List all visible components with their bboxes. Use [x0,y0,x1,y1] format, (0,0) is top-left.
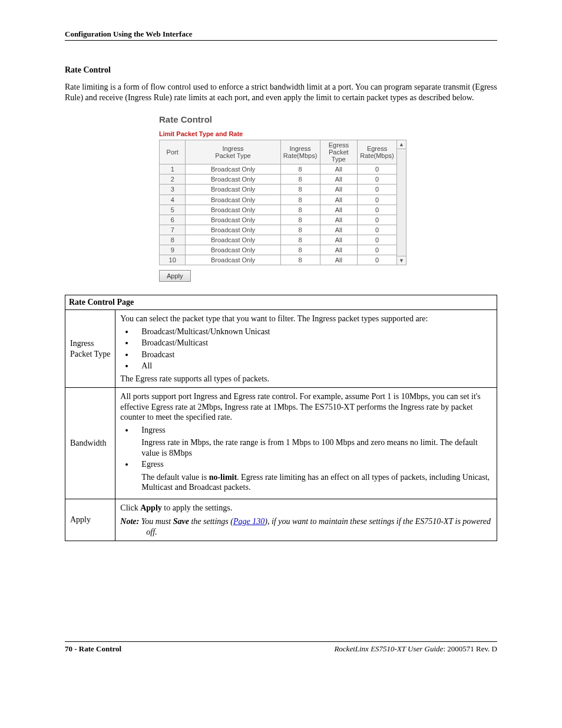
cell-port: 6 [160,215,186,225]
cell-in-type: Broadcast Only [186,174,280,185]
table-row[interactable]: 3Broadcast Only8All0 [160,185,397,195]
table-row[interactable]: 10Broadcast Only8All0 [160,255,397,265]
rate-control-panel: Rate Control Limit Packet Type and Rate … [159,114,406,282]
cell-in-type: Broadcast Only [186,225,280,235]
th-port: Port [160,140,186,164]
cell-port: 4 [160,195,186,205]
table-row[interactable]: 7Broadcast Only8All0 [160,225,397,235]
cell-eg-rate: 0 [358,255,397,265]
cell-eg-type: All [320,164,358,174]
intro-paragraph: Rate limiting is a form of flow control … [65,82,497,103]
cell-eg-rate: 0 [358,215,397,225]
table-row[interactable]: 5Broadcast Only8All0 [160,205,397,215]
cell-eg-type: All [320,215,358,225]
th-in-rate: IngressRate(Mbps) [280,140,320,164]
cell-in-type: Broadcast Only [186,205,280,215]
cell-eg-type: All [320,255,358,265]
cell-eg-rate: 0 [358,205,397,215]
table-row[interactable]: 4Broadcast Only8All0 [160,195,397,205]
cell-port: 3 [160,185,186,195]
cell-eg-type: All [320,245,358,255]
cell-in-rate: 8 [280,195,320,205]
desc-caption: Rate Control Page [65,295,497,310]
cell-port: 7 [160,225,186,235]
th-in-type: IngressPacket Type [186,140,280,164]
cell-in-type: Broadcast Only [186,164,280,174]
description-table: Rate Control Page IngressPacket Type You… [65,295,497,541]
cell-in-rate: 8 [280,255,320,265]
scroll-down-icon[interactable]: ▼ [397,256,406,265]
page-footer: 70 - Rate Control RocketLinx ES7510-XT U… [65,641,497,654]
scroll-up-icon[interactable]: ▲ [397,140,406,149]
cell-eg-type: All [320,225,358,235]
cell-eg-rate: 0 [358,195,397,205]
cell-in-rate: 8 [280,185,320,195]
cell-in-rate: 8 [280,205,320,215]
cell-in-rate: 8 [280,245,320,255]
desc-content-ingress: You can select the packet type that you … [115,310,497,388]
cell-eg-type: All [320,185,358,195]
table-row[interactable]: 9Broadcast Only8All0 [160,245,397,255]
cell-in-type: Broadcast Only [186,245,280,255]
th-eg-rate: EgressRate(Mbps) [358,140,397,164]
cell-port: 1 [160,164,186,174]
cell-in-type: Broadcast Only [186,255,280,265]
th-eg-type: EgressPacket Type [320,140,358,164]
cell-in-rate: 8 [280,174,320,185]
panel-subtitle: Limit Packet Type and Rate [159,130,406,137]
apply-button[interactable]: Apply [159,270,191,282]
cell-port: 8 [160,235,186,245]
cell-in-rate: 8 [280,225,320,235]
cell-in-type: Broadcast Only [186,235,280,245]
desc-label-ingress: IngressPacket Type [65,310,115,388]
cell-eg-rate: 0 [358,174,397,185]
rate-table: Port IngressPacket Type IngressRate(Mbps… [159,140,397,265]
desc-label-bandwidth: Bandwidth [65,388,115,499]
cell-eg-rate: 0 [358,235,397,245]
cell-in-type: Broadcast Only [186,195,280,205]
cell-eg-type: All [320,174,358,185]
page-link-130[interactable]: Page 130 [233,517,265,526]
cell-in-rate: 8 [280,164,320,174]
table-row[interactable]: 6Broadcast Only8All0 [160,215,397,225]
section-title: Rate Control [65,65,497,75]
cell-in-type: Broadcast Only [186,185,280,195]
page-header: Configuration Using the Web Interface [65,29,192,38]
desc-label-apply: Apply [65,499,115,541]
panel-title: Rate Control [159,114,406,124]
cell-eg-type: All [320,195,358,205]
cell-in-rate: 8 [280,235,320,245]
cell-port: 10 [160,255,186,265]
desc-content-bandwidth: All ports support port Ingress and Egres… [115,388,497,499]
cell-eg-rate: 0 [358,164,397,174]
cell-eg-type: All [320,235,358,245]
cell-in-type: Broadcast Only [186,215,280,225]
cell-port: 2 [160,174,186,185]
desc-content-apply: Click Apply to apply the settings. Note:… [115,499,497,541]
cell-eg-rate: 0 [358,185,397,195]
table-row[interactable]: 1Broadcast Only8All0 [160,164,397,174]
cell-eg-type: All [320,205,358,215]
cell-eg-rate: 0 [358,225,397,235]
table-row[interactable]: 8Broadcast Only8All0 [160,235,397,245]
cell-port: 5 [160,205,186,215]
table-row[interactable]: 2Broadcast Only8All0 [160,174,397,185]
cell-port: 9 [160,245,186,255]
table-scrollbar[interactable]: ▲ ▼ [397,140,406,265]
cell-in-rate: 8 [280,215,320,225]
cell-eg-rate: 0 [358,245,397,255]
